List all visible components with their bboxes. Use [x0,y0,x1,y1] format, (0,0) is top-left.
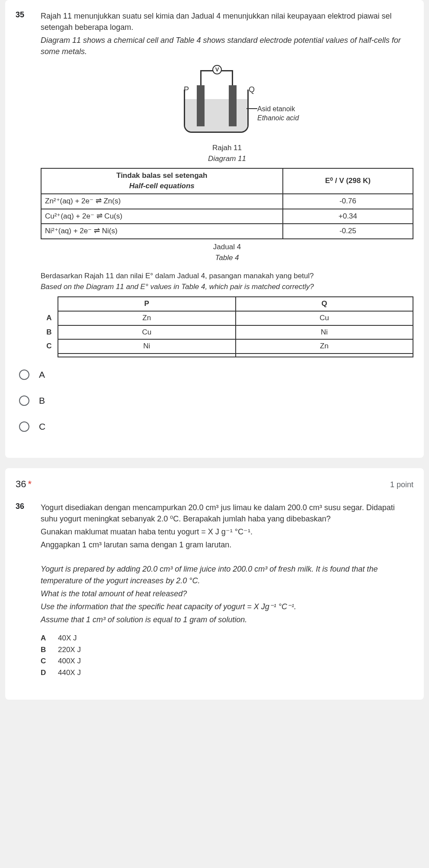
wire [232,70,233,87]
answer-table: P Q A Zn Cu B Cu Ni C Ni Zn [41,296,413,357]
table-caption: Jadual 4 Table 4 [41,242,413,263]
answer-key: A [41,633,49,644]
option-label: B [39,395,45,406]
caption-en: Diagram 11 [41,154,413,164]
table-row: C Ni Zn [41,339,413,354]
table-row: Ni²⁺(aq) + 2e⁻ ⇌ Ni(s) -0.25 [41,224,413,239]
cell [236,354,413,357]
table-row: A Zn Cu [41,311,413,325]
table-row: Zn²⁺(aq) + 2e⁻ ⇌ Zn(s) -0.76 [41,194,413,209]
beaker-icon [184,90,249,133]
radio-icon [19,370,29,380]
text-en-3: Use the information that the specific he… [41,601,413,612]
th-en: Half-cell equations [45,181,279,192]
caption-en: Table 4 [41,253,413,264]
option-c[interactable]: C [19,421,413,432]
eq-cell: Ni²⁺(aq) + 2e⁻ ⇌ Ni(s) [41,224,283,239]
caption-ms: Jadual 4 [213,243,241,251]
electrode-q [229,85,237,126]
cell: Cu [58,325,236,340]
acid-ms: Asid etanoik [257,105,295,113]
radio-icon [19,395,29,406]
cell: Zn [58,311,236,325]
answer-value: 40X J [58,633,77,644]
answer-key: C [41,656,49,667]
row-label [41,354,58,357]
chemical-cell-diagram: V P Q Asid etanoik Ethanoic acid [136,66,318,139]
question-header: 36* 1 point [16,479,413,490]
row-label: A [41,311,58,325]
required-star-icon: * [28,479,32,489]
q-en: Based on the Diagram 11 and E° values in… [41,283,314,291]
answer-row: D 440X J [41,668,413,678]
q-ms: Berdasarkan Rajah 11 dan nilai E° dalam … [41,272,314,280]
answer-row: B 220X J [41,645,413,656]
question-card-36: 36* 1 point 36 Yogurt disediakan dengan … [5,468,424,700]
answer-key: D [41,668,49,678]
option-a[interactable]: A [19,370,413,380]
table-header-left: Tindak balas sel setengah Half-cell equa… [41,168,283,194]
option-label: A [39,370,45,380]
th-ms: Tindak balas sel setengah [116,171,207,180]
diagram-caption: Rajah 11 Diagram 11 [41,143,413,164]
ans-head-q: Q [236,297,413,311]
answer-list: A 40X J B 220X J C 400X J D 440X J [41,633,413,678]
answer-key: B [41,645,49,656]
cell: Zn [236,339,413,354]
text-ms-2: Gunakan maklumat muatan haba tentu yogur… [41,526,413,537]
table-header-right: E⁰ / V (298 K) [283,168,413,194]
question-text: Berdasarkan Rajah 11 dan nilai E° dalam … [41,271,413,292]
label-line [247,108,257,109]
diagram-wrap: V P Q Asid etanoik Ethanoic acid [41,66,413,139]
voltmeter-icon: V [212,65,222,74]
cell: Cu [236,311,413,325]
table-row: Cu²⁺(aq) + 2e⁻ ⇌ Cu(s) +0.34 [41,209,413,224]
num: 36 [16,479,26,489]
ans-head-p: P [58,297,236,311]
table-row: B Cu Ni [41,325,413,340]
answer-value: 400X J [58,656,81,667]
text-en-1: Yogurt is prepared by adding 20.0 cm³ of… [41,563,413,586]
val-cell: -0.25 [283,224,413,239]
question-body: Rajah 11 menunjukkan suatu sel kimia dan… [41,10,413,357]
cell: Ni [58,339,236,354]
cell: Ni [236,325,413,340]
electrode-label-q: Q [249,84,255,95]
answer-row: C 400X J [41,656,413,667]
question-number-header: 36* [16,479,32,490]
wire [200,70,202,87]
question-card-35: 35 Rajah 11 menunjukkan suatu sel kimia … [5,0,424,458]
text-en: Diagram 11 shows a chemical cell and Tab… [41,35,413,57]
row-label: C [41,339,58,354]
val-cell: -0.76 [283,194,413,209]
option-b[interactable]: B [19,395,413,406]
eq-cell: Cu²⁺(aq) + 2e⁻ ⇌ Cu(s) [41,209,283,224]
points-label: 1 point [390,480,413,489]
text-ms-1: Yogurt disediakan dengan mencampurkan 20… [41,502,413,524]
cell [58,354,236,357]
row-label: B [41,325,58,340]
table-4: Tindak balas sel setengah Half-cell equa… [41,168,413,239]
answer-row: A 40X J [41,633,413,644]
question-content-36: 36 Yogurt disediakan dengan mencampurkan… [16,502,413,679]
answer-value: 440X J [58,668,81,678]
acid-label: Asid etanoik Ethanoic acid [257,105,299,123]
option-label: C [39,421,45,432]
answer-value: 220X J [58,645,81,656]
electrode-p [197,85,205,126]
text-ms: Rajah 11 menunjukkan suatu sel kimia dan… [41,10,413,33]
question-number: 35 [16,10,33,357]
question-body: Yogurt disediakan dengan mencampurkan 20… [41,502,413,679]
caption-ms: Rajah 11 [212,144,242,152]
eq-cell: Zn²⁺(aq) + 2e⁻ ⇌ Zn(s) [41,194,283,209]
text-en-4: Assume that 1 cm³ of solution is equal t… [41,614,413,625]
val-cell: +0.34 [283,209,413,224]
radio-icon [19,421,29,432]
question-content-35: 35 Rajah 11 menunjukkan suatu sel kimia … [16,10,413,357]
text-en-2: What is the total amount of heat release… [41,588,413,599]
liquid [185,99,247,132]
acid-en: Ethanoic acid [257,114,299,122]
text-ms-3: Anggapkan 1 cm³ larutan sama dengan 1 gr… [41,539,413,550]
answer-options: A B C [16,370,413,432]
table-row [41,354,413,357]
